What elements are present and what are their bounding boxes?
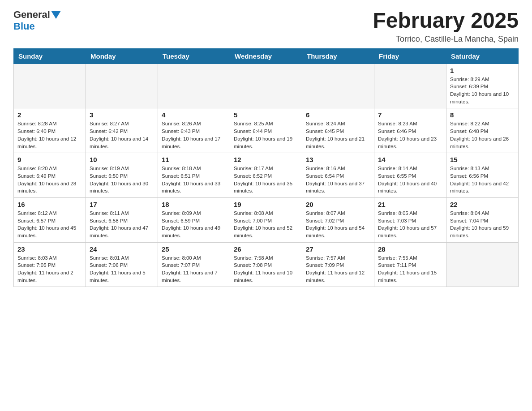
day-number: 17 (90, 201, 154, 208)
calendar-cell (86, 64, 158, 108)
page-header: General Blue February 2025 Torrico, Cast… (13, 9, 519, 44)
svg-marker-0 (51, 11, 61, 19)
day-info: Sunrise: 8:27 AMSunset: 6:42 PMDaylight:… (90, 120, 154, 150)
day-info: Sunrise: 8:14 AMSunset: 6:55 PMDaylight:… (378, 165, 442, 195)
calendar-table: SundayMondayTuesdayWednesdayThursdayFrid… (13, 48, 519, 287)
day-info: Sunrise: 8:24 AMSunset: 6:45 PMDaylight:… (306, 120, 370, 150)
calendar-cell: 15Sunrise: 8:13 AMSunset: 6:56 PMDayligh… (446, 153, 519, 198)
calendar-cell: 17Sunrise: 8:11 AMSunset: 6:58 PMDayligh… (86, 197, 158, 242)
day-number: 9 (17, 156, 82, 163)
day-number: 2 (17, 111, 82, 119)
day-number: 21 (378, 201, 442, 208)
calendar-cell: 24Sunrise: 8:01 AMSunset: 7:06 PMDayligh… (86, 242, 158, 287)
day-info: Sunrise: 8:08 AMSunset: 7:00 PMDaylight:… (234, 210, 298, 240)
day-info: Sunrise: 8:03 AMSunset: 7:05 PMDaylight:… (17, 254, 82, 284)
day-number: 6 (306, 111, 370, 119)
day-number: 22 (450, 201, 515, 208)
day-info: Sunrise: 8:18 AMSunset: 6:51 PMDaylight:… (162, 165, 226, 195)
day-info: Sunrise: 8:19 AMSunset: 6:50 PMDaylight:… (90, 165, 154, 195)
day-info: Sunrise: 8:11 AMSunset: 6:58 PMDaylight:… (90, 210, 154, 240)
calendar-cell: 13Sunrise: 8:16 AMSunset: 6:54 PMDayligh… (302, 153, 374, 198)
calendar-cell: 9Sunrise: 8:20 AMSunset: 6:49 PMDaylight… (14, 153, 86, 198)
calendar-cell: 22Sunrise: 8:04 AMSunset: 7:04 PMDayligh… (446, 197, 519, 242)
calendar-week-row: 2Sunrise: 8:28 AMSunset: 6:40 PMDaylight… (14, 108, 519, 153)
day-number: 12 (234, 156, 298, 163)
calendar-cell: 19Sunrise: 8:08 AMSunset: 7:00 PMDayligh… (230, 197, 302, 242)
day-info: Sunrise: 8:23 AMSunset: 6:46 PMDaylight:… (378, 120, 442, 150)
calendar-cell: 27Sunrise: 7:57 AMSunset: 7:09 PMDayligh… (302, 242, 374, 287)
calendar-cell (14, 64, 86, 108)
calendar-cell (446, 242, 519, 287)
day-number: 28 (378, 245, 442, 253)
calendar-cell: 16Sunrise: 8:12 AMSunset: 6:57 PMDayligh… (14, 197, 86, 242)
day-info: Sunrise: 8:22 AMSunset: 6:48 PMDaylight:… (450, 120, 515, 150)
calendar-week-row: 1Sunrise: 8:29 AMSunset: 6:39 PMDaylight… (14, 64, 519, 108)
calendar-cell: 25Sunrise: 8:00 AMSunset: 7:07 PMDayligh… (158, 242, 230, 287)
calendar-week-row: 16Sunrise: 8:12 AMSunset: 6:57 PMDayligh… (14, 197, 519, 242)
calendar-cell: 8Sunrise: 8:22 AMSunset: 6:48 PMDaylight… (446, 108, 519, 153)
day-info: Sunrise: 8:05 AMSunset: 7:03 PMDaylight:… (378, 210, 442, 240)
calendar-cell: 21Sunrise: 8:05 AMSunset: 7:03 PMDayligh… (374, 197, 446, 242)
calendar-cell (158, 64, 230, 108)
title-block: February 2025 Torrico, Castille-La Manch… (373, 9, 519, 44)
day-info: Sunrise: 8:16 AMSunset: 6:54 PMDaylight:… (306, 165, 370, 195)
day-number: 1 (450, 67, 515, 74)
day-info: Sunrise: 8:20 AMSunset: 6:49 PMDaylight:… (17, 165, 82, 195)
day-info: Sunrise: 8:01 AMSunset: 7:06 PMDaylight:… (90, 254, 154, 284)
calendar-cell: 18Sunrise: 8:09 AMSunset: 6:59 PMDayligh… (158, 197, 230, 242)
calendar-cell: 12Sunrise: 8:17 AMSunset: 6:52 PMDayligh… (230, 153, 302, 198)
day-info: Sunrise: 7:55 AMSunset: 7:11 PMDaylight:… (378, 254, 442, 284)
day-number: 8 (450, 111, 515, 119)
day-number: 5 (234, 111, 298, 119)
logo-arrow-icon (51, 11, 61, 20)
day-number: 24 (90, 245, 154, 253)
calendar-week-row: 23Sunrise: 8:03 AMSunset: 7:05 PMDayligh… (14, 242, 519, 287)
day-of-week-header: Saturday (446, 48, 519, 64)
day-of-week-header: Thursday (302, 48, 374, 64)
day-number: 16 (17, 201, 82, 208)
calendar-cell: 3Sunrise: 8:27 AMSunset: 6:42 PMDaylight… (86, 108, 158, 153)
day-number: 19 (234, 201, 298, 208)
calendar-title: February 2025 (373, 9, 519, 33)
day-number: 27 (306, 245, 370, 253)
calendar-cell: 28Sunrise: 7:55 AMSunset: 7:11 PMDayligh… (374, 242, 446, 287)
day-number: 18 (162, 201, 226, 208)
day-info: Sunrise: 8:26 AMSunset: 6:43 PMDaylight:… (162, 120, 226, 150)
day-info: Sunrise: 8:09 AMSunset: 6:59 PMDaylight:… (162, 210, 226, 240)
day-number: 7 (378, 111, 442, 119)
day-of-week-header: Monday (86, 48, 158, 64)
calendar-cell: 26Sunrise: 7:58 AMSunset: 7:08 PMDayligh… (230, 242, 302, 287)
calendar-subtitle: Torrico, Castille-La Mancha, Spain (373, 34, 519, 44)
day-of-week-header: Tuesday (158, 48, 230, 64)
day-number: 3 (90, 111, 154, 119)
day-info: Sunrise: 8:28 AMSunset: 6:40 PMDaylight:… (17, 120, 82, 150)
day-info: Sunrise: 8:25 AMSunset: 6:44 PMDaylight:… (234, 120, 298, 150)
calendar-header-row: SundayMondayTuesdayWednesdayThursdayFrid… (14, 48, 519, 64)
calendar-cell: 6Sunrise: 8:24 AMSunset: 6:45 PMDaylight… (302, 108, 374, 153)
calendar-cell: 5Sunrise: 8:25 AMSunset: 6:44 PMDaylight… (230, 108, 302, 153)
day-number: 26 (234, 245, 298, 253)
logo: General Blue (13, 9, 61, 32)
calendar-cell: 23Sunrise: 8:03 AMSunset: 7:05 PMDayligh… (14, 242, 86, 287)
calendar-cell: 10Sunrise: 8:19 AMSunset: 6:50 PMDayligh… (86, 153, 158, 198)
day-info: Sunrise: 8:17 AMSunset: 6:52 PMDaylight:… (234, 165, 298, 195)
calendar-cell: 2Sunrise: 8:28 AMSunset: 6:40 PMDaylight… (14, 108, 86, 153)
day-of-week-header: Wednesday (230, 48, 302, 64)
day-info: Sunrise: 7:57 AMSunset: 7:09 PMDaylight:… (306, 254, 370, 284)
logo-general-text: General (13, 9, 50, 21)
logo-blue-text: Blue (13, 21, 35, 32)
calendar-cell: 1Sunrise: 8:29 AMSunset: 6:39 PMDaylight… (446, 64, 519, 108)
calendar-cell: 20Sunrise: 8:07 AMSunset: 7:02 PMDayligh… (302, 197, 374, 242)
day-of-week-header: Friday (374, 48, 446, 64)
day-number: 4 (162, 111, 226, 119)
day-number: 14 (378, 156, 442, 163)
day-of-week-header: Sunday (14, 48, 86, 64)
calendar-cell: 11Sunrise: 8:18 AMSunset: 6:51 PMDayligh… (158, 153, 230, 198)
day-number: 10 (90, 156, 154, 163)
day-number: 23 (17, 245, 82, 253)
calendar-cell: 7Sunrise: 8:23 AMSunset: 6:46 PMDaylight… (374, 108, 446, 153)
day-number: 11 (162, 156, 226, 163)
day-info: Sunrise: 8:13 AMSunset: 6:56 PMDaylight:… (450, 165, 515, 195)
day-info: Sunrise: 8:12 AMSunset: 6:57 PMDaylight:… (17, 210, 82, 240)
calendar-week-row: 9Sunrise: 8:20 AMSunset: 6:49 PMDaylight… (14, 153, 519, 198)
